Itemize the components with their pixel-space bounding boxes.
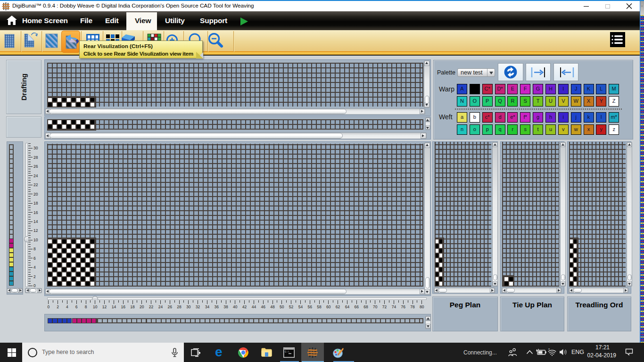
svg-text:C:\: C:\ xyxy=(285,350,289,354)
svg-text:*: * xyxy=(548,348,550,352)
